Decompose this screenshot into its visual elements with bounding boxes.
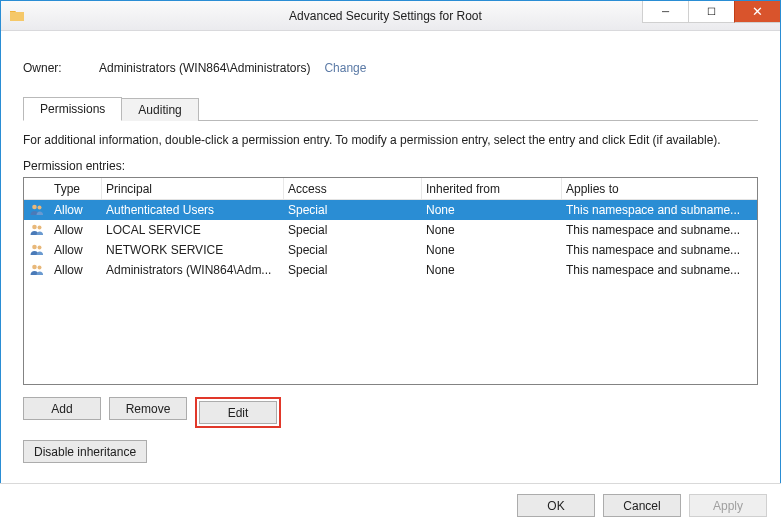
cell-principal: LOCAL SERVICE [102,223,284,237]
cell-type: Allow [50,223,102,237]
users-icon [24,222,50,238]
cell-type: Allow [50,243,102,257]
cell-inherited: None [422,263,562,277]
remove-button[interactable]: Remove [109,397,187,420]
cell-access: Special [284,243,422,257]
permission-entries-table: Type Principal Access Inherited from App… [23,177,758,385]
tab-permissions[interactable]: Permissions [23,97,122,121]
info-text: For additional information, double-click… [23,133,758,147]
owner-value: Administrators (WIN864\Administrators) [99,61,310,75]
maximize-button[interactable]: ☐ [688,1,734,23]
svg-point-0 [32,205,37,210]
col-access[interactable]: Access [284,178,422,199]
col-applies[interactable]: Applies to [562,178,757,199]
dialog-footer: OK Cancel Apply [0,483,781,527]
svg-point-5 [38,246,42,250]
entry-buttons-row: Add Remove Edit [23,397,758,428]
cell-inherited: None [422,203,562,217]
cancel-button[interactable]: Cancel [603,494,681,517]
table-row[interactable]: AllowAuthenticated UsersSpecialNoneThis … [24,200,757,220]
cell-access: Special [284,263,422,277]
users-icon [24,202,50,218]
users-icon [24,242,50,258]
svg-point-7 [38,266,42,270]
edit-highlight-box: Edit [195,397,281,428]
cell-inherited: None [422,243,562,257]
ok-button[interactable]: OK [517,494,595,517]
col-principal[interactable]: Principal [102,178,284,199]
entries-label: Permission entries: [23,159,758,173]
cell-type: Allow [50,263,102,277]
svg-point-2 [32,225,37,230]
cell-access: Special [284,203,422,217]
cell-applies: This namespace and subname... [562,203,757,217]
add-button[interactable]: Add [23,397,101,420]
dialog-content: Owner: Administrators (WIN864\Administra… [1,31,780,473]
disable-inheritance-row: Disable inheritance [23,440,758,463]
svg-point-3 [38,226,42,230]
window-controls: ─ ☐ ✕ [642,1,780,23]
tab-auditing[interactable]: Auditing [121,98,198,121]
cell-principal: Administrators (WIN864\Adm... [102,263,284,277]
folder-icon [9,8,25,24]
minimize-button[interactable]: ─ [642,1,688,23]
svg-point-6 [32,265,37,270]
svg-point-4 [32,245,37,250]
cell-access: Special [284,223,422,237]
close-button[interactable]: ✕ [734,1,780,23]
owner-label: Owner: [23,61,99,75]
table-row[interactable]: AllowAdministrators (WIN864\Adm...Specia… [24,260,757,280]
titlebar: Advanced Security Settings for Root ─ ☐ … [1,1,780,31]
table-header: Type Principal Access Inherited from App… [24,178,757,200]
change-owner-link[interactable]: Change [324,61,366,75]
cell-applies: This namespace and subname... [562,263,757,277]
table-row[interactable]: AllowLOCAL SERVICESpecialNoneThis namesp… [24,220,757,240]
disable-inheritance-button[interactable]: Disable inheritance [23,440,147,463]
cell-principal: NETWORK SERVICE [102,243,284,257]
svg-point-1 [38,206,42,210]
cell-type: Allow [50,203,102,217]
owner-row: Owner: Administrators (WIN864\Administra… [23,61,758,75]
cell-applies: This namespace and subname... [562,223,757,237]
col-inherited[interactable]: Inherited from [422,178,562,199]
users-icon [24,262,50,278]
apply-button[interactable]: Apply [689,494,767,517]
cell-inherited: None [422,223,562,237]
table-body: AllowAuthenticated UsersSpecialNoneThis … [24,200,757,280]
col-icon[interactable] [24,178,50,199]
tab-strip: Permissions Auditing [23,97,758,121]
cell-applies: This namespace and subname... [562,243,757,257]
col-type[interactable]: Type [50,178,102,199]
table-row[interactable]: AllowNETWORK SERVICESpecialNoneThis name… [24,240,757,260]
cell-principal: Authenticated Users [102,203,284,217]
edit-button[interactable]: Edit [199,401,277,424]
